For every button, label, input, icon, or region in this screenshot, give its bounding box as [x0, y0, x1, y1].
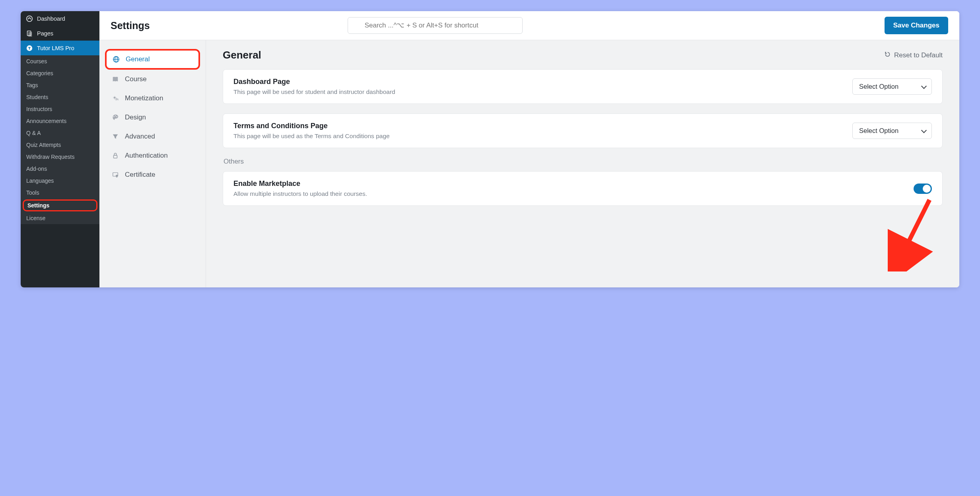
submenu-license[interactable]: License — [21, 212, 99, 224]
app-frame: Dashboard Pages Tutor LMS Pro Courses Ca… — [21, 11, 959, 287]
svg-point-13 — [115, 115, 116, 116]
content-header: General Reset to Default — [223, 49, 943, 61]
settings-body: General Course % Monetization — [99, 40, 959, 287]
svg-point-1 — [29, 17, 30, 18]
terms-page-select[interactable]: Select Option — [852, 123, 932, 139]
tab-label: Advanced — [125, 133, 155, 141]
tab-label: Monetization — [125, 94, 163, 102]
setting-title: Terms and Conditions Page — [233, 122, 390, 130]
svg-rect-15 — [114, 155, 117, 158]
setting-text: Terms and Conditions Page This page will… — [233, 122, 390, 140]
filter-icon — [111, 133, 119, 141]
tab-general[interactable]: General — [105, 49, 200, 70]
svg-point-0 — [27, 16, 32, 21]
setting-title: Dashboard Page — [233, 78, 395, 86]
submenu-announcements[interactable]: Announcements — [21, 115, 99, 127]
tab-advanced[interactable]: Advanced — [105, 127, 200, 146]
dashboard-page-select[interactable]: Select Option — [852, 78, 932, 95]
sidebar-submenu: Courses Categories Tags Students Instruc… — [21, 55, 99, 224]
sidebar-item-dashboard[interactable]: Dashboard — [21, 11, 99, 26]
sidebar-label: Dashboard — [37, 16, 65, 22]
setting-title: Enable Marketplace — [233, 180, 367, 188]
palette-icon — [111, 113, 119, 121]
submenu-tags[interactable]: Tags — [21, 79, 99, 91]
sidebar-label: Pages — [37, 30, 53, 37]
reset-to-default-button[interactable]: Reset to Default — [884, 51, 943, 60]
submenu-addons[interactable]: Add-ons — [21, 163, 99, 175]
submenu-tools[interactable]: Tools — [21, 187, 99, 199]
tab-certificate[interactable]: Certificate — [105, 165, 200, 184]
book-icon — [111, 75, 119, 83]
topbar: Settings Save Changes — [99, 11, 959, 40]
sidebar-item-tutor-lms[interactable]: Tutor LMS Pro — [21, 41, 99, 55]
tab-authentication[interactable]: Authentication — [105, 146, 200, 165]
settings-content: General Reset to Default Dashboard Page … — [206, 40, 959, 287]
search-input[interactable] — [348, 17, 523, 34]
tab-label: Design — [125, 113, 146, 121]
setting-enable-marketplace: Enable Marketplace Allow multiple instru… — [223, 171, 943, 206]
svg-text:%: % — [116, 98, 119, 101]
pages-icon — [26, 30, 33, 37]
save-changes-button[interactable]: Save Changes — [885, 17, 948, 34]
submenu-qa[interactable]: Q & A — [21, 127, 99, 139]
tab-label: General — [126, 55, 150, 63]
submenu-settings[interactable]: Settings — [23, 199, 97, 211]
reset-icon — [884, 51, 891, 60]
setting-description: This page will be used as the Terms and … — [233, 133, 390, 140]
submenu-quiz-attempts[interactable]: Quiz Attempts — [21, 139, 99, 151]
wp-admin-sidebar: Dashboard Pages Tutor LMS Pro Courses Ca… — [21, 11, 99, 287]
globe-icon — [112, 55, 120, 63]
svg-point-10 — [114, 97, 115, 98]
reset-label: Reset to Default — [894, 51, 943, 59]
setting-text: Dashboard Page This page will be used fo… — [233, 78, 395, 96]
submenu-students[interactable]: Students — [21, 91, 99, 103]
settings-panel: Settings Save Changes General — [99, 11, 959, 287]
svg-point-14 — [117, 116, 117, 117]
sidebar-label: Tutor LMS Pro — [37, 45, 74, 51]
tab-course[interactable]: Course — [105, 70, 200, 89]
section-label-others: Others — [224, 158, 943, 166]
submenu-languages[interactable]: Languages — [21, 175, 99, 187]
dashboard-icon — [26, 15, 33, 22]
tab-label: Course — [125, 75, 147, 83]
sidebar-item-pages[interactable]: Pages — [21, 26, 99, 41]
enable-marketplace-toggle[interactable] — [914, 184, 932, 194]
submenu-withdraw-requests[interactable]: Withdraw Requests — [21, 151, 99, 163]
setting-dashboard-page: Dashboard Page This page will be used fo… — [223, 69, 943, 104]
setting-text: Enable Marketplace Allow multiple instru… — [233, 180, 367, 197]
money-icon: % — [111, 94, 119, 102]
tab-label: Certificate — [125, 171, 156, 179]
lock-icon — [111, 152, 119, 160]
submenu-courses[interactable]: Courses — [21, 55, 99, 67]
setting-description: Allow multiple instructors to upload the… — [233, 190, 367, 197]
svg-rect-3 — [28, 32, 32, 37]
setting-terms-page: Terms and Conditions Page This page will… — [223, 113, 943, 148]
section-heading: General — [223, 49, 261, 61]
tab-monetization[interactable]: % Monetization — [105, 89, 200, 108]
tab-design[interactable]: Design — [105, 108, 200, 127]
setting-description: This page will be used for student and i… — [233, 88, 395, 96]
certificate-icon — [111, 171, 119, 179]
submenu-categories[interactable]: Categories — [21, 67, 99, 79]
page-title: Settings — [111, 20, 150, 31]
submenu-instructors[interactable]: Instructors — [21, 103, 99, 115]
search-wrap — [324, 17, 546, 34]
settings-tabs: General Course % Monetization — [99, 40, 206, 287]
tab-label: Authentication — [125, 152, 168, 160]
tutor-icon — [26, 45, 33, 52]
svg-point-12 — [113, 116, 114, 117]
